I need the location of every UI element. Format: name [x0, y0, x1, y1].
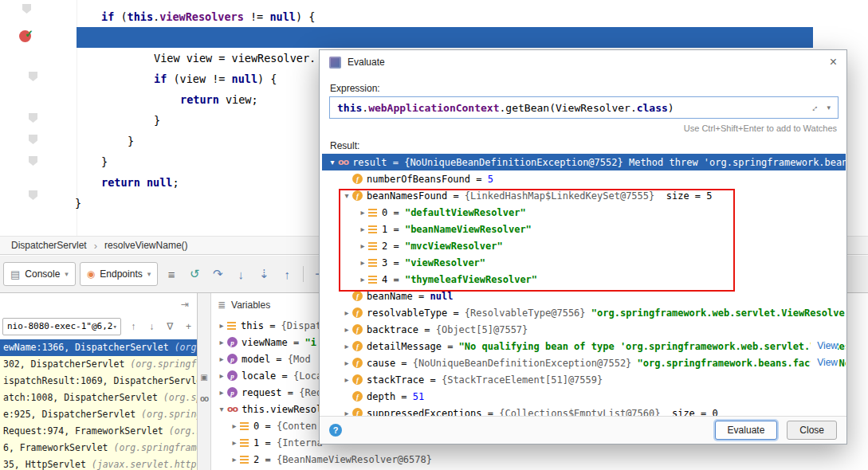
tree-expander-icon[interactable]: ▸ — [341, 325, 352, 334]
view-link[interactable]: View — [811, 338, 838, 354]
tab-endpoints[interactable]: ◉ Endpoints ▾ — [80, 262, 158, 286]
step-out-icon[interactable]: ↑ — [277, 268, 297, 281]
frame-row[interactable]: e:925, DispatcherServlet (org.springfram… — [0, 406, 197, 423]
tree-expander-icon[interactable]: ▾ — [327, 158, 338, 166]
frame-row-selected[interactable]: ewName:1366, DispatcherServlet (org.sp — [0, 339, 197, 356]
chevron-down-icon: ▾ — [147, 270, 151, 278]
copy-stack-icon[interactable]: ▣ — [200, 373, 207, 382]
frame-row[interactable]: 302, DispatcherServlet (org.springframew — [0, 356, 197, 373]
panel-side-toolbar: ▣ oo — [198, 293, 211, 470]
tree-expander-icon[interactable]: ▾ — [216, 405, 227, 413]
tree-expander-icon[interactable]: ▸ — [357, 241, 368, 250]
result-row-selected[interactable]: ▾ oo result = {NoUniqueBeanDefinitionExc… — [322, 154, 846, 170]
previous-frame-icon[interactable]: ↑ — [128, 321, 139, 332]
tree-expander-icon[interactable]: ▸ — [229, 421, 240, 430]
result-row[interactable]: ▸ 0 = "defaultViewResolver" — [322, 204, 846, 221]
close-button[interactable]: Close — [787, 421, 837, 440]
code-line[interactable]: return view; — [180, 89, 258, 110]
field-icon: f — [352, 307, 363, 318]
step-into-icon[interactable]: ↓ — [231, 268, 250, 281]
tree-expander-icon[interactable]: ▸ — [357, 208, 368, 217]
chevron-down-icon[interactable]: ▾ — [827, 104, 831, 112]
result-row[interactable]: ▸ f stackTrace = {StackTraceElement[51]@… — [322, 371, 846, 388]
thread-name: nio-8080-exec-1"@6,2 — [7, 321, 112, 331]
chevron-down-icon: ▾ — [112, 323, 116, 331]
result-row[interactable]: f beanName = null — [322, 288, 846, 304]
field-icon: f — [352, 190, 363, 201]
variable-row[interactable]: ▸ 2 = {BeanNameViewResolver@6578} — [211, 451, 868, 468]
close-icon[interactable]: × — [830, 56, 837, 69]
thread-selector[interactable]: nio-8080-exec-1"@6,2 ▾ — [2, 318, 121, 335]
tree-expander-icon[interactable]: ▸ — [341, 358, 352, 367]
result-row[interactable]: ▾ f beanNamesFound = {LinkedHashMap$Link… — [322, 187, 846, 204]
frame-row[interactable]: 35, HttpServlet (javax.servlet.http) — [0, 456, 197, 470]
view-link[interactable]: View — [811, 354, 838, 371]
dialog-titlebar: Evaluate × — [320, 50, 846, 74]
hide-frames-icon[interactable]: ∇ — [164, 321, 176, 332]
tab-label: Endpoints — [100, 268, 142, 280]
result-row[interactable]: f depth = 51 — [322, 388, 846, 405]
evaluate-button[interactable]: Evaluate — [715, 421, 778, 440]
code-line-current[interactable]: for (ViewResolver viewResolver : this.vi… — [128, 27, 687, 48]
variables-title: Variables — [231, 300, 270, 311]
code-line[interactable]: } — [75, 193, 81, 213]
result-row[interactable]: ▸ 3 = "viewResolver" — [322, 254, 846, 271]
tree-expander-icon[interactable]: ▸ — [216, 388, 227, 397]
result-row[interactable]: ▸ f backtrace = {Object[5]@7557} — [322, 321, 846, 338]
tree-expander-icon[interactable]: ▸ — [341, 375, 352, 384]
parameter-icon: p — [227, 370, 238, 381]
tree-expander-icon[interactable]: ▸ — [216, 354, 227, 363]
result-row[interactable]: f numberOfBeansFound = 5 — [322, 170, 846, 187]
tree-expander-icon[interactable]: ▸ — [229, 455, 240, 464]
menu-icon[interactable]: ≣ — [218, 300, 226, 311]
expand-icon[interactable]: ↔ — [807, 100, 821, 115]
next-frame-icon[interactable]: ↓ — [146, 321, 158, 332]
code-line[interactable]: } — [128, 131, 134, 151]
rerun-icon[interactable]: ↺ — [185, 267, 204, 281]
layout-menu-icon[interactable]: ≡ — [162, 268, 181, 281]
tree-expander-icon[interactable]: ▸ — [229, 438, 240, 447]
code-line[interactable]: return null; — [101, 172, 179, 193]
evaluate-dialog: Evaluate × Expression: this.webApplicati… — [319, 49, 847, 445]
code-line[interactable]: if (view != null) { — [154, 69, 277, 89]
code-line[interactable]: } — [154, 110, 160, 131]
frame-row[interactable]: 6, FrameworkServlet (org.springframewo — [0, 440, 197, 456]
tree-expander-icon[interactable]: ▸ — [357, 275, 368, 284]
tree-expander-icon[interactable]: ▸ — [357, 225, 368, 233]
frame-row[interactable]: ispatchResult:1069, DispatcherServlet (o… — [0, 373, 197, 390]
code-line[interactable]: if (this.viewResolvers != null) { — [101, 6, 315, 27]
bookmark-icon — [29, 113, 37, 123]
step-over-icon[interactable]: ↷ — [208, 267, 227, 281]
expression-input[interactable]: this.webApplicationContext.getBean(ViewR… — [329, 96, 839, 119]
code-line[interactable]: View view = viewResolver. — [154, 48, 316, 69]
tree-expander-icon[interactable]: ▸ — [216, 371, 227, 380]
result-tree: ▾ oo result = {NoUniqueBeanDefinitionExc… — [322, 154, 846, 417]
add-icon[interactable]: + — [183, 321, 194, 332]
code-line[interactable]: } — [101, 151, 108, 172]
result-row[interactable]: ▸ 1 = "beanNameViewResolver" — [322, 221, 846, 237]
frame-row[interactable]: atch:1008, DispatcherServlet (org.spring… — [0, 390, 197, 406]
bookmark-icon — [29, 72, 37, 81]
result-row[interactable]: ▸ 4 = "thymeleafViewResolver" — [322, 271, 846, 288]
tree-expander-icon[interactable]: ▸ — [216, 321, 227, 330]
breadcrumb-class[interactable]: DispatcherServlet — [11, 240, 87, 251]
tree-expander-icon[interactable]: ▾ — [341, 191, 352, 200]
result-row[interactable]: ▸ f detailMessage = "No qualifying bean … — [322, 338, 846, 354]
frames-panel-header: ⇥ — [0, 293, 197, 315]
result-row[interactable]: ▸ f resolvableType = {ResolvableType@755… — [322, 304, 846, 321]
tree-expander-icon[interactable]: ▸ — [357, 258, 368, 267]
watches-icon[interactable]: oo — [200, 394, 208, 403]
frame-row[interactable]: Request:974, FrameworkServlet (org.sprin — [0, 423, 197, 440]
tab-console[interactable]: ▤ Console ▾ — [3, 262, 76, 286]
chevron-down-icon: ▾ — [65, 270, 69, 278]
result-row[interactable]: ▸ f cause = {NoUniqueBeanDefinitionExcep… — [322, 354, 846, 371]
help-icon[interactable]: ? — [329, 424, 342, 437]
tree-expander-icon[interactable]: ▸ — [216, 338, 227, 347]
tree-expander-icon[interactable]: ▸ — [341, 342, 352, 351]
breadcrumb-method[interactable]: resolveViewName() — [104, 240, 187, 251]
tree-expander-icon[interactable]: ▸ — [341, 308, 352, 317]
result-row[interactable]: ▸ 2 = "mvcViewResolver" — [322, 237, 846, 254]
list-item-icon — [240, 439, 249, 447]
force-step-into-icon[interactable]: ⇣ — [254, 267, 273, 281]
focus-frame-icon[interactable]: ⇥ — [181, 299, 189, 310]
